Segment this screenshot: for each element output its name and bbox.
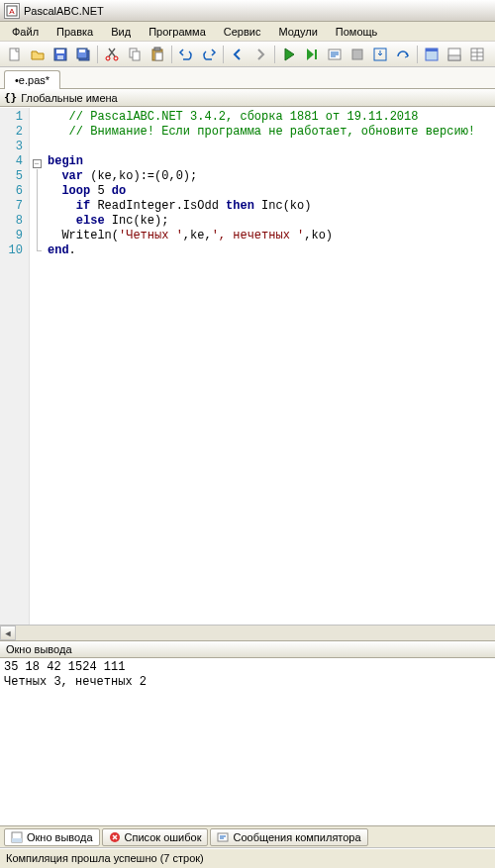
file-tabstrip: •e.pas* — [0, 67, 495, 89]
output-tab-icon — [11, 831, 23, 843]
errors-tab-icon — [109, 831, 121, 843]
code-area[interactable]: // PascalABC.NET 3.4.2, сборка 1881 от 1… — [44, 108, 495, 625]
compile-icon[interactable] — [324, 44, 346, 65]
fold-toggle-icon[interactable]: − — [33, 159, 42, 168]
toolbar-separator — [223, 46, 224, 63]
undo-icon[interactable] — [175, 44, 197, 65]
status-text: Компиляция прошла успешно (7 строк) — [6, 852, 204, 864]
form-designer-icon[interactable] — [421, 44, 443, 65]
statusbar: Компиляция прошла успешно (7 строк) — [0, 848, 495, 868]
nav-back-icon[interactable] — [227, 44, 248, 65]
file-tab-active[interactable]: •e.pas* — [4, 70, 60, 89]
fold-column: − — [30, 108, 44, 625]
svg-rect-18 — [352, 49, 362, 59]
save-all-icon[interactable] — [72, 44, 94, 65]
scroll-left-icon[interactable]: ◄ — [0, 626, 16, 640]
toolbar-separator — [171, 46, 172, 63]
code-editor[interactable]: 1 2 3 4 5 6 7 8 9 10 − // PascalABC.NET … — [0, 107, 495, 625]
svg-point-10 — [114, 56, 118, 60]
nav-forward-icon[interactable] — [249, 44, 271, 65]
output-panel[interactable]: 35 18 42 1524 111 Четных 3, нечетных 2 — [0, 658, 495, 826]
output-line: 35 18 42 1524 111 — [4, 660, 125, 674]
run-no-debug-icon[interactable] — [301, 44, 323, 65]
menu-view[interactable]: Вид — [103, 24, 139, 40]
svg-point-9 — [106, 56, 110, 60]
compiler-tab-icon — [217, 831, 229, 843]
h-scrollbar[interactable]: ◄ — [0, 625, 495, 640]
step-into-icon[interactable] — [369, 44, 391, 65]
run-icon[interactable] — [278, 44, 300, 65]
menu-program[interactable]: Программа — [141, 24, 214, 40]
cut-icon[interactable] — [101, 44, 123, 65]
paste-icon[interactable] — [147, 44, 168, 65]
redo-icon[interactable] — [198, 44, 220, 65]
menu-modules[interactable]: Модули — [270, 24, 325, 40]
braces-icon: {} — [4, 91, 17, 104]
output-title: Окно вывода — [0, 640, 495, 658]
menu-edit[interactable]: Правка — [49, 24, 101, 40]
tab-errors[interactable]: Список ошибок — [102, 828, 209, 846]
menubar: Файл Правка Вид Программа Сервис Модули … — [0, 22, 495, 42]
toolbar-separator — [97, 46, 98, 63]
svg-rect-16 — [315, 49, 317, 59]
svg-rect-2 — [10, 48, 19, 60]
svg-rect-8 — [79, 49, 85, 52]
open-file-icon[interactable] — [27, 44, 49, 65]
toolbar — [0, 42, 495, 67]
svg-rect-26 — [12, 838, 22, 842]
titlebar: A PascalABC.NET — [0, 0, 495, 22]
copy-icon[interactable] — [124, 44, 146, 65]
menu-help[interactable]: Помощь — [328, 24, 386, 40]
svg-rect-23 — [448, 55, 460, 60]
output-line: Четных 3, нечетных 2 — [4, 675, 147, 689]
menu-service[interactable]: Сервис — [216, 24, 269, 40]
svg-text:A: A — [9, 7, 15, 16]
properties-icon[interactable] — [466, 44, 488, 65]
tab-output[interactable]: Окно вывода — [4, 828, 100, 846]
stop-icon[interactable] — [346, 44, 368, 65]
window-title: PascalABC.NET — [24, 5, 104, 17]
svg-rect-21 — [426, 48, 438, 51]
tab-compiler[interactable]: Сообщения компилятора — [210, 828, 367, 846]
svg-rect-28 — [218, 833, 228, 841]
svg-rect-5 — [57, 55, 63, 59]
save-icon[interactable] — [50, 44, 71, 65]
menu-file[interactable]: Файл — [4, 24, 47, 40]
nav-panel[interactable]: {} Глобальные имена — [0, 89, 495, 107]
bottom-tabstrip: Окно вывода Список ошибок Сообщения комп… — [0, 826, 495, 848]
svg-rect-4 — [56, 49, 64, 53]
line-gutter: 1 2 3 4 5 6 7 8 9 10 — [0, 108, 30, 625]
svg-rect-14 — [154, 48, 160, 50]
output-window-icon[interactable] — [444, 44, 465, 65]
svg-rect-12 — [133, 51, 140, 60]
toolbar-separator — [274, 46, 275, 63]
nav-label: Глобальные имена — [21, 92, 118, 104]
svg-rect-15 — [155, 52, 162, 60]
app-icon: A — [4, 3, 20, 19]
toolbar-separator — [417, 46, 418, 63]
new-file-icon[interactable] — [4, 44, 26, 65]
step-over-icon[interactable] — [392, 44, 414, 65]
